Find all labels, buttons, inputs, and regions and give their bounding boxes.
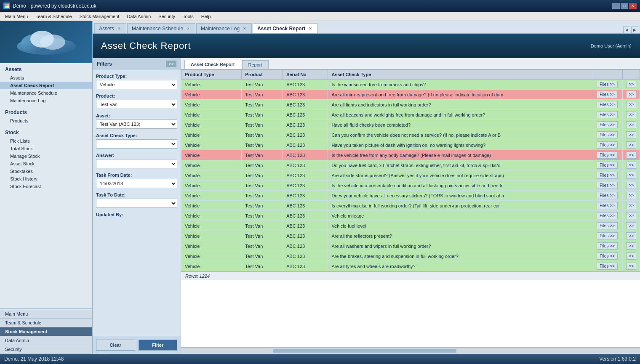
sidebar-header-products[interactable]: Products — [0, 108, 92, 117]
files-button[interactable]: Files >> — [597, 141, 618, 149]
sidebar-item-manage-stock[interactable]: Manage Stock — [0, 152, 92, 160]
cell-arrow[interactable]: >> — [623, 201, 640, 211]
sidebar-item-stock-history[interactable]: Stock History — [0, 175, 92, 183]
cell-arrow[interactable]: >> — [623, 241, 640, 251]
files-button[interactable]: Files >> — [597, 182, 618, 189]
cell-files[interactable]: Files >> — [593, 110, 623, 120]
filter-select-task-to-date[interactable] — [96, 199, 177, 208]
files-button[interactable]: Files >> — [597, 121, 618, 128]
sidebar-item-stock-forecast[interactable]: Stock Forecast — [0, 183, 92, 190]
cell-arrow[interactable]: >> — [623, 170, 640, 181]
row-arrow-button[interactable]: >> — [626, 172, 636, 179]
menu-help[interactable]: Help — [198, 13, 214, 20]
cell-files[interactable]: Files >> — [593, 80, 623, 90]
cell-files[interactable]: Files >> — [593, 261, 623, 271]
menu-main[interactable]: Main Menu — [2, 13, 31, 20]
sidebar-nav-team[interactable]: Team & Schedule — [0, 319, 92, 327]
filter-select-product[interactable]: Test Van — [96, 100, 177, 109]
row-arrow-button[interactable]: >> — [626, 212, 636, 219]
files-button[interactable]: Files >> — [597, 101, 618, 108]
cell-arrow[interactable]: >> — [623, 110, 640, 120]
row-arrow-button[interactable]: >> — [626, 263, 636, 270]
files-button[interactable]: Files >> — [597, 212, 618, 219]
cell-files[interactable]: Files >> — [593, 150, 623, 160]
filter-collapse-button[interactable]: << — [166, 61, 176, 67]
files-button[interactable]: Files >> — [597, 131, 618, 138]
sidebar-header-stock[interactable]: Stock — [0, 128, 92, 137]
sub-tab-asset-check-report[interactable]: Asset Check Report — [184, 60, 241, 69]
row-arrow-button[interactable]: >> — [626, 162, 636, 169]
row-arrow-button[interactable]: >> — [626, 101, 636, 108]
sidebar-item-asset-stock[interactable]: Asset Stock — [0, 160, 92, 167]
menu-tools[interactable]: Tools — [179, 13, 197, 20]
files-button[interactable]: Files >> — [597, 263, 618, 270]
cell-arrow[interactable]: >> — [623, 160, 640, 170]
filter-select-asset-check-type[interactable] — [96, 139, 177, 149]
cell-files[interactable]: Files >> — [593, 181, 623, 191]
cell-arrow[interactable]: >> — [623, 191, 640, 201]
tab-nav-back[interactable]: ◀ — [623, 27, 630, 33]
tab-close-assets[interactable]: ✕ — [117, 26, 122, 31]
cell-arrow[interactable]: >> — [623, 90, 640, 100]
files-button[interactable]: Files >> — [597, 222, 618, 229]
sidebar-nav-data-admin[interactable]: Data Admin — [0, 336, 92, 345]
files-button[interactable]: Files >> — [597, 252, 618, 260]
tab-maintenance-schedule[interactable]: Maintenance Schedule ✕ — [127, 23, 195, 33]
files-button[interactable]: Files >> — [597, 192, 618, 199]
cell-files[interactable]: Files >> — [593, 231, 623, 241]
cell-arrow[interactable]: >> — [623, 150, 640, 160]
cell-files[interactable]: Files >> — [593, 90, 623, 100]
cell-arrow[interactable]: >> — [623, 231, 640, 241]
cell-files[interactable]: Files >> — [593, 201, 623, 211]
files-button[interactable]: Files >> — [597, 81, 618, 88]
cell-arrow[interactable]: >> — [623, 80, 640, 90]
files-button[interactable]: Files >> — [597, 91, 618, 98]
sidebar-nav-stock-management[interactable]: Stock Management — [0, 327, 92, 336]
sidebar-item-maintenance-log[interactable]: Maintenance Log — [0, 97, 92, 104]
sidebar-item-maintenance-schedule[interactable]: Maintenance Schedule — [0, 89, 92, 97]
tab-nav-forward[interactable]: ▶ — [631, 27, 638, 33]
filter-select-product-type[interactable]: Vehicle — [96, 80, 177, 89]
files-button[interactable]: Files >> — [597, 162, 618, 169]
filter-select-task-from-date[interactable]: 14/03/2018 — [96, 179, 177, 188]
filter-select-asset[interactable]: Test Van (ABC 123) — [96, 120, 177, 129]
sidebar-item-pick-lists[interactable]: Pick Lists — [0, 137, 92, 145]
cell-files[interactable]: Files >> — [593, 140, 623, 150]
minimize-button[interactable]: ─ — [612, 3, 620, 9]
files-button[interactable]: Files >> — [597, 172, 618, 179]
tab-maintenance-log[interactable]: Maintenance Log ✕ — [196, 23, 252, 33]
menu-data[interactable]: Data Admin — [123, 13, 154, 20]
tab-close-maintenance-schedule[interactable]: ✕ — [186, 26, 191, 31]
menu-stock[interactable]: Stock Management — [76, 13, 123, 20]
cell-arrow[interactable]: >> — [623, 251, 640, 261]
cell-arrow[interactable]: >> — [623, 211, 640, 221]
sidebar-item-products[interactable]: Products — [0, 117, 92, 125]
maximize-button[interactable]: □ — [621, 3, 628, 9]
files-button[interactable]: Files >> — [597, 232, 618, 239]
sidebar-item-assets[interactable]: Assets — [0, 74, 92, 82]
close-button[interactable]: ✕ — [629, 3, 637, 9]
filter-select-answer[interactable] — [96, 159, 177, 168]
cell-arrow[interactable]: >> — [623, 261, 640, 271]
cell-arrow[interactable]: >> — [623, 181, 640, 191]
sidebar-header-assets[interactable]: Assets — [0, 65, 92, 74]
cell-files[interactable]: Files >> — [593, 160, 623, 170]
row-arrow-button[interactable]: >> — [626, 81, 636, 88]
cell-files[interactable]: Files >> — [593, 130, 623, 140]
tab-asset-check-report[interactable]: Asset Check Report ✕ — [253, 23, 317, 33]
row-arrow-button[interactable]: >> — [626, 192, 636, 199]
filter-button[interactable]: Filter — [139, 340, 178, 351]
cell-files[interactable]: Files >> — [593, 211, 623, 221]
tab-close-maintenance-log[interactable]: ✕ — [242, 26, 247, 31]
cell-files[interactable]: Files >> — [593, 221, 623, 231]
cell-files[interactable]: Files >> — [593, 241, 623, 251]
cell-arrow[interactable]: >> — [623, 120, 640, 130]
cell-arrow[interactable]: >> — [623, 100, 640, 110]
cell-arrow[interactable]: >> — [623, 130, 640, 140]
sidebar-item-stocktakes[interactable]: Stocktakes — [0, 167, 92, 175]
row-arrow-button[interactable]: >> — [626, 182, 636, 189]
sidebar-nav-main-menu[interactable]: Main Menu — [0, 310, 92, 319]
horizontal-scrollbar[interactable] — [181, 347, 640, 354]
files-button[interactable]: Files >> — [597, 202, 618, 209]
sidebar-item-total-stock[interactable]: Total Stock — [0, 145, 92, 152]
